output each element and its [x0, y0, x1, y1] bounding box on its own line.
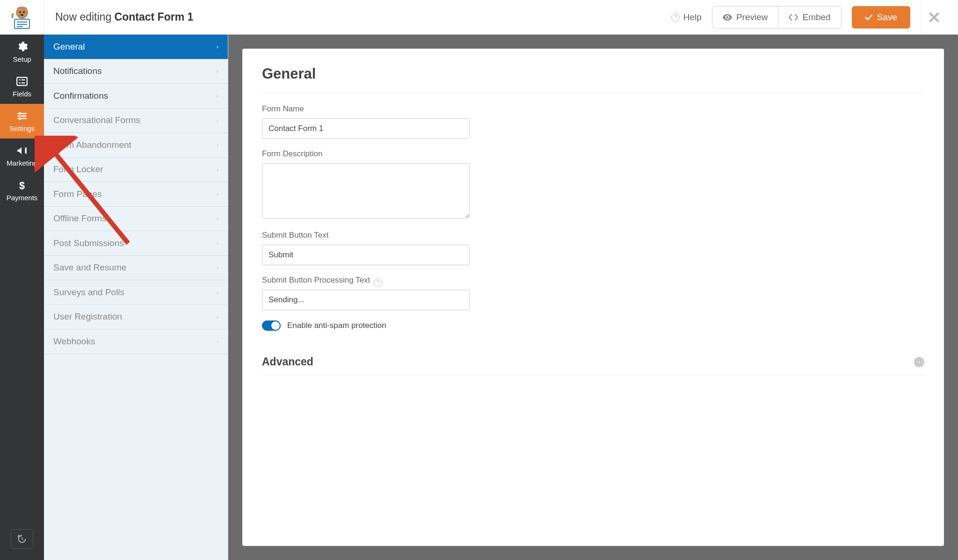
close-button[interactable] — [921, 0, 947, 35]
settings-offline[interactable]: Offline Forms› — [44, 207, 228, 232]
settings-submenu: General› Notifications› Confirmations› C… — [44, 35, 228, 560]
nav-rail: Setup Fields Settings Marketing $ Paymen… — [0, 35, 44, 560]
chevron-right-icon: › — [217, 92, 218, 99]
antispam-label: Enable anti-spam protection — [287, 321, 386, 330]
help-icon: ? — [671, 13, 680, 22]
processing-text-input[interactable] — [262, 290, 470, 310]
settings-panel: General Form Name Form Description Submi… — [242, 49, 944, 546]
chevron-right-icon: › — [217, 166, 218, 173]
settings-general[interactable]: General› — [44, 35, 228, 59]
nav-fields[interactable]: Fields — [0, 69, 44, 104]
embed-button[interactable]: Embed — [778, 7, 841, 28]
dollar-icon: $ — [16, 179, 28, 191]
chevron-circle-right-icon: › — [914, 357, 924, 367]
submit-text-label: Submit Button Text — [262, 231, 924, 240]
chevron-right-icon: › — [217, 190, 218, 197]
settings-post[interactable]: Post Submissions› — [44, 231, 228, 256]
help-button[interactable]: ? Help — [671, 12, 702, 22]
settings-abandonment[interactable]: Form Abandonment› — [44, 133, 228, 158]
wpforms-logo[interactable] — [0, 0, 44, 35]
chevron-right-icon: › — [217, 43, 218, 50]
submit-text-input[interactable] — [262, 245, 470, 265]
save-button[interactable]: Save — [852, 6, 910, 29]
history-button[interactable] — [11, 529, 33, 549]
nav-settings[interactable]: Settings — [0, 104, 44, 138]
form-desc-label: Form Description — [262, 149, 924, 159]
settings-confirmations[interactable]: Confirmations› — [44, 84, 228, 109]
svg-point-1 — [17, 7, 22, 12]
list-icon — [16, 75, 28, 87]
eye-icon — [723, 14, 732, 21]
svg-rect-11 — [17, 77, 27, 85]
chevron-right-icon: › — [217, 240, 218, 247]
form-desc-input[interactable] — [262, 163, 470, 218]
form-name-label: Form Name — [262, 104, 924, 114]
settings-webhooks[interactable]: Webhooks› — [44, 329, 228, 354]
settings-locker[interactable]: Form Locker› — [44, 158, 228, 182]
nav-payments[interactable]: $ Payments — [0, 173, 44, 208]
settings-notifications[interactable]: Notifications› — [44, 59, 228, 84]
chevron-right-icon: › — [217, 289, 218, 296]
chevron-right-icon: › — [217, 68, 218, 75]
bullhorn-icon — [16, 145, 28, 157]
settings-save-resume[interactable]: Save and Resume› — [44, 256, 228, 281]
preview-button[interactable]: Preview — [712, 7, 779, 28]
check-icon — [865, 15, 872, 20]
gear-icon — [16, 41, 28, 53]
settings-user-reg[interactable]: User Registration› — [44, 305, 228, 330]
chevron-right-icon: › — [217, 313, 218, 320]
svg-rect-19 — [19, 112, 21, 114]
svg-point-5 — [21, 14, 23, 16]
svg-rect-20 — [23, 115, 25, 117]
history-icon — [17, 534, 27, 544]
settings-pages[interactable]: Form Pages› — [44, 182, 228, 207]
advanced-section-toggle[interactable]: Advanced › — [262, 347, 924, 375]
processing-text-label: Submit Button Processing Text — [262, 276, 370, 285]
code-icon — [789, 14, 798, 21]
chevron-right-icon: › — [217, 117, 218, 124]
help-tooltip-icon[interactable]: ? — [374, 278, 382, 287]
panel-heading: General — [262, 65, 924, 93]
antispam-toggle[interactable] — [262, 320, 281, 331]
svg-point-4 — [23, 11, 25, 13]
svg-text:$: $ — [19, 180, 25, 191]
close-icon — [929, 12, 940, 23]
chevron-right-icon: › — [217, 338, 218, 345]
svg-rect-21 — [19, 117, 21, 119]
chevron-right-icon: › — [217, 215, 218, 222]
svg-point-2 — [22, 7, 27, 12]
chevron-right-icon: › — [217, 141, 218, 148]
form-name-input[interactable] — [262, 118, 470, 139]
svg-point-3 — [19, 11, 21, 13]
settings-surveys[interactable]: Surveys and Polls› — [44, 280, 228, 305]
svg-point-10 — [726, 16, 728, 18]
nav-marketing[interactable]: Marketing — [0, 138, 44, 173]
settings-conversational[interactable]: Conversational Forms› — [44, 109, 228, 133]
sliders-icon — [16, 110, 28, 122]
page-title: Now editing Contact Form 1 — [44, 11, 671, 23]
chevron-right-icon: › — [217, 264, 218, 271]
nav-setup[interactable]: Setup — [0, 35, 44, 69]
